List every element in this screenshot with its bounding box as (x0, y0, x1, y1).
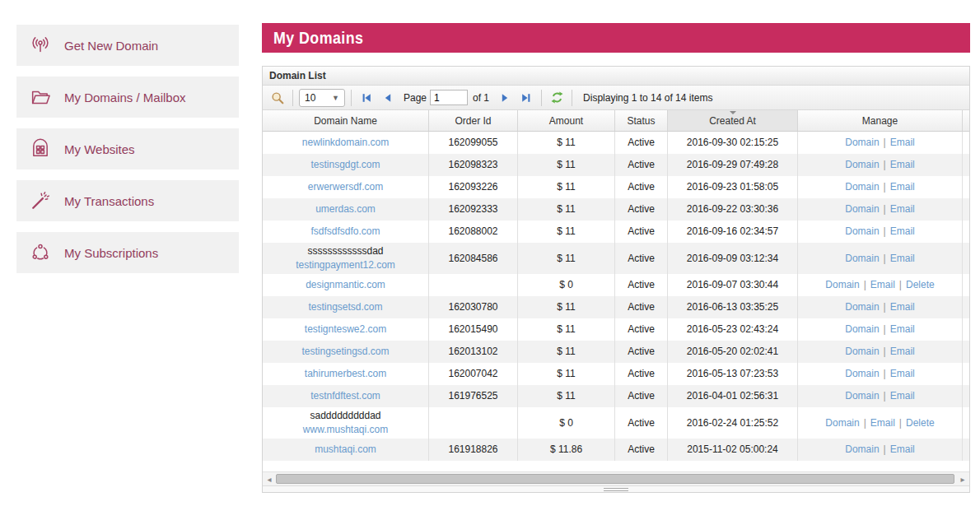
manage-domain-link[interactable]: Domain (845, 136, 879, 150)
page-title: My Domains (273, 28, 363, 48)
sidebar-item-label: My Websites (64, 142, 135, 156)
table-row: testingsetsd.com162030780$ 11Active2016-… (263, 296, 969, 318)
manage-domain-link[interactable]: Domain (845, 389, 879, 403)
next-page-icon[interactable] (494, 88, 516, 108)
row-filler (963, 154, 969, 176)
manage-domain-link[interactable]: Domain (845, 323, 879, 337)
page-number-input[interactable] (430, 90, 468, 105)
manage-link-separator: | (899, 416, 902, 430)
domain-link[interactable]: fsdfsdfsdfo.com (310, 225, 380, 239)
domain-text: sadddddddddad (310, 409, 380, 423)
sidebar: Get New Domain My Domains / Mailbox My W… (16, 25, 239, 284)
sidebar-item-my-websites[interactable]: My Websites (16, 128, 239, 169)
manage-domain-link[interactable]: Domain (845, 180, 879, 194)
manage-link-separator: | (884, 158, 886, 172)
sidebar-item-my-transactions[interactable]: My Transactions (16, 180, 239, 221)
domain-name-cell: newlinkdomain.com (263, 132, 429, 154)
manage-email-link[interactable]: Email (890, 252, 915, 266)
page-size-select[interactable]: 10 ▼ (299, 89, 345, 107)
created-at-cell: 2016-02-24 01:25:52 (668, 407, 798, 439)
domain-name-cell: testingsetingsd.com (263, 341, 429, 363)
manage-email-link[interactable]: Email (890, 300, 915, 314)
row-filler (963, 318, 969, 341)
resize-grip-handle[interactable] (604, 488, 628, 491)
manage-email-link[interactable]: Email (890, 158, 915, 172)
manage-domain-link[interactable]: Domain (845, 202, 879, 216)
domain-link[interactable]: testingsetingsd.com (301, 345, 389, 359)
manage-domain-link[interactable]: Domain (825, 416, 859, 430)
scroll-right-icon[interactable]: ▸ (957, 473, 968, 485)
row-filler (963, 296, 969, 318)
column-header-status[interactable]: Status (615, 110, 668, 131)
manage-domain-link[interactable]: Domain (845, 443, 879, 457)
amount-cell: $ 0 (518, 274, 615, 296)
domain-link[interactable]: testingpayment12.com (296, 258, 395, 272)
manage-email-link[interactable]: Email (870, 416, 895, 430)
domain-link[interactable]: testignteswe2.com (305, 323, 386, 337)
column-header-manage[interactable]: Manage (798, 110, 963, 131)
sidebar-item-my-subscriptions[interactable]: My Subscriptions (16, 232, 239, 273)
domain-link[interactable]: testnfdftest.com (310, 389, 380, 403)
first-page-icon[interactable] (356, 88, 377, 108)
manage-cell: Domain|Email (798, 296, 963, 318)
last-page-icon[interactable] (516, 88, 537, 108)
order-id-cell: 162099055 (429, 132, 518, 154)
domain-name-cell: testignteswe2.com (263, 318, 429, 341)
manage-email-link[interactable]: Email (870, 278, 895, 292)
manage-domain-link[interactable]: Domain (845, 367, 879, 381)
toolbar-separator (292, 90, 293, 106)
manage-email-link[interactable]: Email (890, 345, 915, 359)
manage-delete-link[interactable]: Delete (906, 278, 935, 292)
scrollbar-thumb[interactable] (276, 474, 954, 484)
manage-cell: Domain|Email (798, 198, 963, 221)
column-header-amount[interactable]: Amount (518, 110, 615, 131)
refresh-icon[interactable] (546, 88, 567, 108)
sidebar-item-my-domains-mailbox[interactable]: My Domains / Mailbox (16, 77, 239, 118)
order-id-cell: 162098323 (429, 154, 518, 176)
manage-email-link[interactable]: Email (890, 202, 915, 216)
domain-link[interactable]: mushtaqi.com (315, 443, 376, 457)
manage-email-link[interactable]: Email (890, 443, 915, 457)
manage-domain-link[interactable]: Domain (845, 300, 879, 314)
manage-email-link[interactable]: Email (890, 180, 915, 194)
amount-cell: $ 11 (518, 198, 615, 221)
domain-link[interactable]: tahirumerbest.com (305, 367, 386, 381)
prev-page-icon[interactable] (377, 88, 399, 108)
building-icon (28, 137, 53, 161)
manage-email-link[interactable]: Email (890, 367, 915, 381)
column-header-order-id[interactable]: Order Id (429, 110, 518, 131)
manage-email-link[interactable]: Email (890, 389, 915, 403)
status-cell: Active (615, 439, 668, 461)
column-header-domain-name[interactable]: Domain Name (263, 110, 429, 131)
manage-domain-link[interactable]: Domain (825, 278, 859, 292)
manage-email-link[interactable]: Email (890, 323, 915, 337)
domain-link[interactable]: testingsetsd.com (308, 300, 382, 314)
horizontal-scrollbar[interactable]: ◂ ▸ (263, 471, 969, 485)
domain-link[interactable]: designmantic.com (306, 278, 385, 292)
row-filler (963, 176, 969, 198)
created-at-cell: 2016-09-23 01:58:05 (668, 176, 798, 198)
domain-link[interactable]: umerdas.com (315, 202, 376, 216)
antenna-icon (28, 33, 53, 58)
order-id-cell (429, 407, 518, 439)
domain-name-cell: mushtaqi.com (263, 439, 429, 461)
order-id-cell: 162015490 (429, 318, 518, 341)
manage-email-link[interactable]: Email (890, 136, 915, 150)
column-header-created-at[interactable]: Created At (668, 110, 798, 131)
manage-domain-link[interactable]: Domain (845, 345, 879, 359)
manage-domain-link[interactable]: Domain (845, 252, 879, 266)
manage-domain-link[interactable]: Domain (845, 158, 879, 172)
search-icon[interactable] (267, 88, 288, 108)
manage-link-separator: | (864, 416, 866, 430)
domain-link[interactable]: www.mushtaqi.com (303, 423, 388, 437)
domain-link[interactable]: testinsgdgt.com (310, 158, 380, 172)
manage-email-link[interactable]: Email (890, 225, 915, 239)
domain-link[interactable]: erwerwersdf.com (308, 180, 383, 194)
scroll-left-icon[interactable]: ◂ (264, 473, 275, 485)
domain-link[interactable]: newlinkdomain.com (302, 136, 389, 150)
manage-delete-link[interactable]: Delete (906, 416, 935, 430)
sidebar-item-get-new-domain[interactable]: Get New Domain (16, 25, 239, 66)
manage-domain-link[interactable]: Domain (845, 225, 879, 239)
manage-link-separator: | (884, 443, 886, 457)
manage-link-separator: | (884, 345, 886, 359)
